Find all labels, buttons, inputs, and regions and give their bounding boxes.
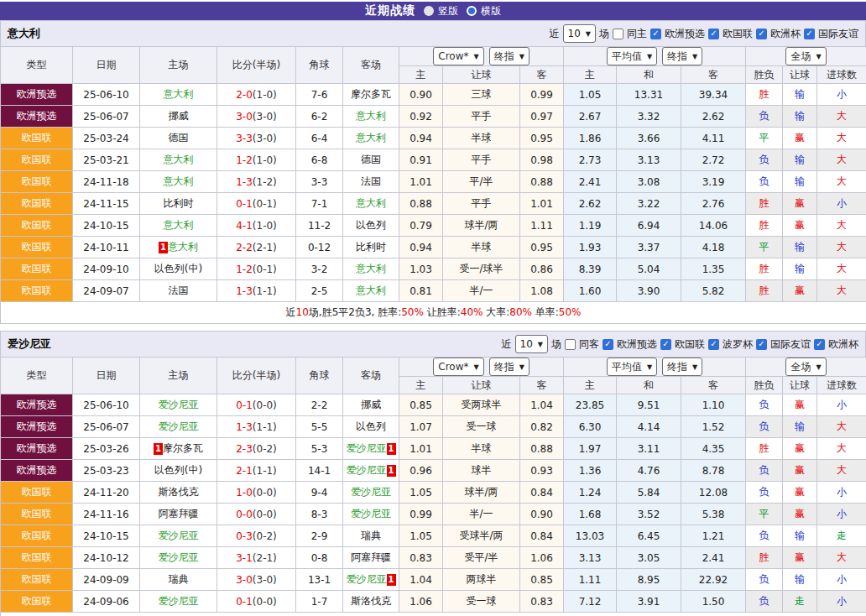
odds-provider-select[interactable]: Crow*▼ — [433, 358, 483, 376]
home-team-name: 阿塞拜疆 — [159, 508, 199, 519]
period-select[interactable]: 全场▼ — [785, 358, 826, 376]
away-team-name: 斯洛伐克 — [351, 595, 391, 607]
half-time-score: (0-2) — [253, 443, 277, 455]
handicap-home-odds: 0.81 — [399, 280, 443, 302]
goals-result-cell: 走 — [817, 525, 866, 547]
home-team-cell: 爱沙尼亚 — [140, 547, 217, 569]
handicap-home-odds: 0.83 — [399, 547, 443, 569]
league-filter-checkbox-1[interactable]: ✓ — [660, 339, 671, 350]
league-filter-label: 国际友谊 — [770, 337, 811, 352]
league-filter-label: 欧洲杯 — [770, 27, 801, 41]
corners-cell: 9-4 — [296, 482, 343, 504]
chevron-down-icon: ▼ — [586, 30, 591, 38]
sub-column-header: 进球数 — [817, 377, 866, 394]
result-cell: 平 — [746, 504, 783, 525]
league-filter-checkbox-4[interactable]: ✓ — [814, 339, 825, 350]
odds-group-selects: Crow*▼终指▼ — [399, 358, 563, 376]
match-count-select[interactable]: 10▼ — [563, 24, 596, 43]
full-time-score: 3-1 — [236, 552, 253, 564]
half-time-score: (0-0) — [253, 487, 277, 499]
away-team-name: 摩尔多瓦 — [351, 88, 391, 100]
team-name: 意大利 — [8, 26, 40, 41]
handicap-result-cell: 赢 — [783, 394, 817, 416]
euro-home-odds: 13.03 — [564, 525, 617, 547]
horizontal-layout-label: 横版 — [481, 4, 501, 18]
league-filter-label: 欧洲预选 — [665, 27, 705, 41]
away-team-name: 以色列 — [356, 219, 386, 231]
league-filter-label: 欧国联 — [675, 337, 705, 352]
league-filter-checkbox-2[interactable]: ✓ — [708, 339, 719, 350]
match-row: 欧国联25-03-24德国3-3(3-0)6-4意大利0.94半球0.951.8… — [1, 128, 866, 149]
handicap-line: 球半/两 — [443, 215, 520, 237]
match-count-select[interactable]: 10▼ — [515, 335, 548, 353]
same-venue-label: 同客 — [579, 337, 599, 352]
same-venue-checkbox[interactable] — [565, 339, 576, 350]
select-value: Crow* — [438, 50, 468, 62]
final-index-select-2[interactable]: 终指▼ — [662, 358, 702, 376]
goals-result-cell: 大 — [817, 258, 866, 280]
goals-result-cell: 小 — [817, 504, 866, 525]
match-row: 欧洲预选25-03-23以色列(中)2-1(1-1)14-1爱沙尼亚10.96球… — [1, 460, 866, 482]
red-card-badge: 1 — [387, 574, 396, 586]
chevron-down-icon: ▼ — [473, 363, 478, 371]
average-select[interactable]: 平均值▼ — [607, 358, 657, 376]
page-title: 近期战绩 — [365, 3, 415, 18]
home-team-cell: 意大利 — [140, 84, 217, 106]
handicap-home-odds: 0.90 — [399, 84, 443, 106]
recent-label: 近 — [550, 27, 560, 41]
period-select[interactable]: 全场▼ — [785, 47, 826, 65]
league-filter-checkbox-0[interactable]: ✓ — [603, 339, 613, 350]
handicap-result-cell: 赢 — [783, 215, 817, 237]
home-team-cell: 意大利 — [140, 149, 217, 171]
home-team-cell: 爱沙尼亚 — [140, 394, 217, 416]
select-value: 全场 — [790, 50, 811, 64]
euro-away-odds: 5.82 — [681, 280, 746, 302]
date-cell: 24-09-06 — [73, 591, 140, 613]
final-index-select[interactable]: 终指▼ — [489, 47, 530, 65]
full-time-score: 3-0 — [236, 111, 253, 123]
handicap-away-odds: 0.82 — [520, 416, 564, 438]
league-filter-checkbox-2[interactable]: ✓ — [756, 29, 767, 39]
euro-away-odds: 4.35 — [681, 438, 746, 460]
full-time-score: 0-1 — [236, 198, 253, 210]
odds-group-selects: Crow*▼终指▼ — [399, 47, 563, 65]
league-filter-checkbox-0[interactable]: ✓ — [650, 29, 661, 39]
home-team-name: 以色列(中) — [154, 263, 202, 274]
odds-group-selects: 全场▼ — [746, 47, 866, 65]
red-card-badge: 1 — [387, 465, 396, 477]
league-filter-checkbox-3[interactable]: ✓ — [804, 29, 815, 39]
euro-draw-odds: 3.90 — [617, 280, 681, 302]
handicap-result-cell: 赢 — [783, 438, 817, 460]
league-filter-checkbox-1[interactable]: ✓ — [708, 29, 719, 39]
home-team-cell: 爱沙尼亚 — [140, 416, 217, 438]
handicap-line: 受一球 — [443, 416, 520, 438]
euro-draw-odds: 5.04 — [617, 258, 681, 280]
handicap-line: 三球 — [443, 84, 520, 106]
result-cell: 平 — [746, 237, 783, 258]
score-cell: 1-2(0-1) — [217, 258, 296, 280]
date-cell: 24-10-15 — [73, 525, 140, 547]
summary-text: 让胜率: — [424, 306, 461, 318]
euro-draw-odds: 3.08 — [617, 171, 681, 193]
league-filter-checkbox-3[interactable]: ✓ — [756, 339, 767, 350]
handicap-away-odds: 0.93 — [520, 460, 564, 482]
handicap-line: 平/半 — [443, 171, 520, 193]
final-index-select[interactable]: 终指▼ — [489, 358, 530, 376]
handicap-result-cell: 输 — [783, 258, 817, 280]
final-index-select-2[interactable]: 终指▼ — [662, 47, 702, 65]
corners-cell: 11-2 — [296, 215, 343, 237]
away-team-cell: 法国 — [343, 171, 399, 193]
score-cell: 2-3(0-2) — [217, 438, 296, 460]
euro-home-odds: 1.36 — [564, 460, 617, 482]
average-select[interactable]: 平均值▼ — [607, 47, 657, 65]
same-venue-checkbox[interactable] — [613, 29, 623, 39]
match-row: 欧国联24-11-18意大利1-3(1-2)3-3法国1.01平/半0.882.… — [1, 171, 866, 193]
vertical-layout-radio[interactable]: 竖版 — [424, 4, 458, 18]
column-header: 主场 — [140, 47, 217, 84]
half-time-score: (1-1) — [253, 465, 277, 477]
horizontal-layout-radio[interactable]: 横版 — [467, 4, 501, 18]
goals-result-cell: 大 — [817, 215, 866, 237]
sub-column-header: 主 — [564, 66, 617, 84]
goals-result-cell: 大 — [817, 128, 866, 149]
odds-provider-select[interactable]: Crow*▼ — [433, 47, 483, 65]
